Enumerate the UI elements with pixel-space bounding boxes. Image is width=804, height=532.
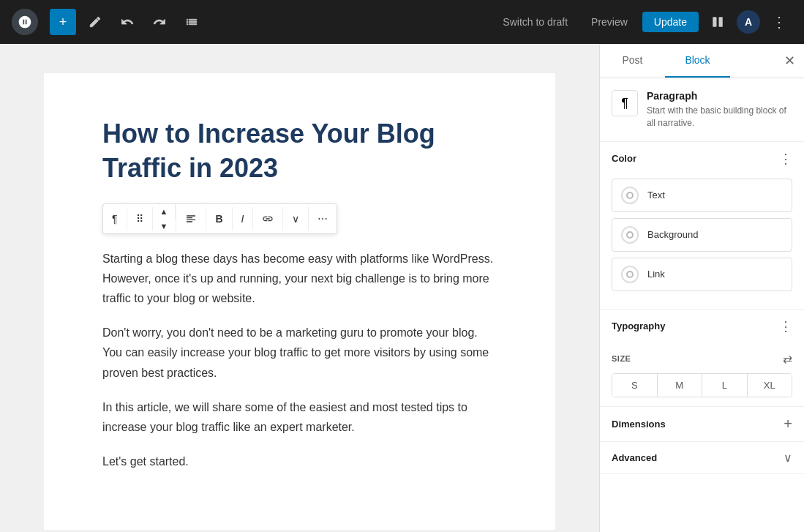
move-up-button[interactable]: ▲ [153,204,176,219]
astra-icon[interactable]: A [737,10,760,34]
color-option-link[interactable]: Link [612,258,792,291]
list-view-button[interactable] [179,9,205,35]
block-info: ¶ Paragraph Start with the basic buildin… [600,78,804,142]
dimensions-add-button[interactable]: + [784,416,792,432]
typography-section-title: Typography [612,321,665,331]
paragraph-4: Let's get started. [102,452,497,471]
typography-section: Typography ⋮ SIZE ⇄ S M L XL [600,310,804,407]
color-section-title: Color [612,153,636,164]
link-color-label: Link [647,269,665,280]
size-s-button[interactable]: S [612,374,658,397]
main-layout: How to Increase Your Blog Traffic in 202… [0,44,804,532]
paragraph-type-button[interactable]: ¶ [103,207,127,231]
size-filter-button[interactable]: ⇄ [783,352,792,366]
edit-mode-button[interactable] [82,9,108,35]
paragraph-1: Starting a blog these days has become ea… [102,249,497,309]
advanced-header[interactable]: Advanced ∨ [600,442,804,473]
typography-more-button[interactable]: ⋮ [779,318,792,334]
color-section: Color ⋮ Text Background [600,142,804,310]
undo-button[interactable] [114,9,140,35]
tab-block[interactable]: Block [665,44,730,78]
view-toggle-button[interactable] [705,9,731,35]
add-block-button[interactable]: + [50,9,76,35]
redo-button[interactable] [146,9,173,35]
post-title: How to Increase Your Blog Traffic in 202… [102,117,497,186]
size-l-button[interactable]: L [702,374,748,397]
toolbar: + Switch to draft Preview Update A ⋮ [0,0,804,44]
color-options: Text Background Link [600,176,804,309]
italic-button[interactable]: I [233,207,254,231]
background-color-circle [621,226,639,244]
color-section-header[interactable]: Color ⋮ [600,142,804,176]
editor-canvas: How to Increase Your Blog Traffic in 202… [44,73,555,530]
advanced-section: Advanced ∨ [600,442,804,474]
dimensions-header[interactable]: Dimensions + [600,407,804,441]
color-option-background[interactable]: Background [612,218,792,252]
block-type-icon: ¶ [612,90,638,116]
advanced-chevron-icon: ∨ [784,451,792,465]
drag-handle-button[interactable]: ⠿ [127,207,153,231]
color-more-button[interactable]: ⋮ [779,151,792,167]
paragraph-3: In this article, we will share some of t… [102,397,497,437]
switch-draft-button[interactable]: Switch to draft [494,12,576,32]
link-color-circle [621,266,639,283]
more-options-button[interactable]: ⋮ [766,9,792,35]
editor-area: How to Increase Your Blog Traffic in 202… [0,44,599,532]
color-option-text[interactable]: Text [612,179,792,212]
preview-button[interactable]: Preview [582,12,636,32]
wp-logo[interactable] [12,9,38,35]
size-xl-button[interactable]: XL [748,374,792,397]
dimensions-label: Dimensions [612,419,666,430]
size-m-button[interactable]: M [658,374,703,397]
move-down-button[interactable]: ▼ [153,219,176,233]
bold-button[interactable]: B [206,207,232,231]
block-type-title: Paragraph [647,90,792,102]
tab-post[interactable]: Post [600,44,665,78]
link-button[interactable] [253,207,283,231]
align-button[interactable] [176,207,206,231]
typography-section-header[interactable]: Typography ⋮ [600,310,804,343]
block-text-info: Paragraph Start with the basic building … [647,90,792,130]
block-type-description: Start with the basic building block of a… [647,105,792,130]
dimensions-section: Dimensions + [600,407,804,442]
dropdown-button[interactable]: ∨ [283,207,309,231]
sidebar: Post Block ✕ ¶ Paragraph Start with the … [599,44,804,532]
inline-toolbar: ¶ ⠿ ▲ ▼ B I ∨ ⋯ [102,203,337,234]
typography-controls: SIZE ⇄ S M L XL [600,343,804,406]
svg-rect-1 [719,17,723,27]
more-block-options-button[interactable]: ⋯ [309,207,337,231]
text-color-label: Text [647,190,665,201]
advanced-label: Advanced [612,452,657,463]
update-button[interactable]: Update [642,12,699,32]
background-color-label: Background [647,229,698,240]
paragraph-2: Don't worry, you don't need to be a mark… [102,323,497,383]
text-color-circle [621,187,639,204]
size-label-text: SIZE [612,354,631,363]
sidebar-close-button[interactable]: ✕ [775,46,804,75]
size-options: S M L XL [612,373,792,397]
svg-rect-0 [713,17,716,27]
